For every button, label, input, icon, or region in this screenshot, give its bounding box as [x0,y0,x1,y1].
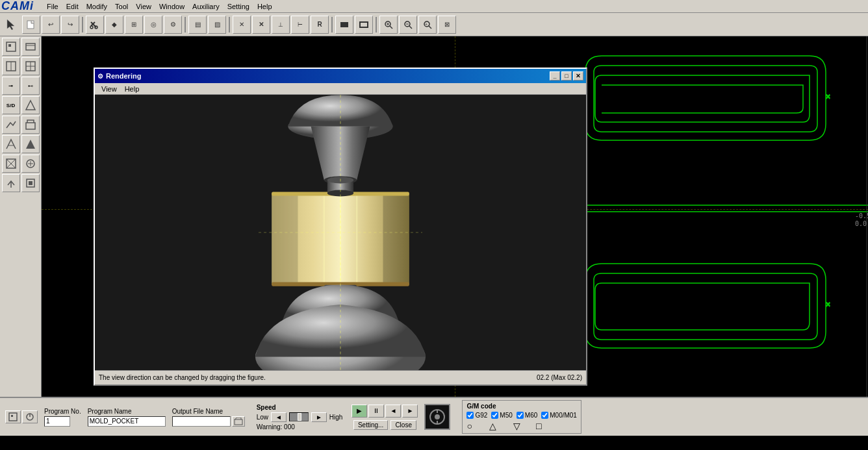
menu-file[interactable]: File [43,2,62,11]
toolbar-polygon-btn[interactable]: ◆ [105,16,123,34]
menu-setting[interactable]: Setting [223,2,253,11]
pause-btn[interactable]: ⏸ [368,405,384,418]
toolbar-new-btn[interactable] [22,16,40,34]
toolbar-grid-btn[interactable]: ⊞ [125,16,143,34]
speed-slider-thumb[interactable] [298,413,301,421]
rendering-menu-view[interactable]: View [97,84,121,94]
menu-edit[interactable]: Edit [62,2,83,11]
toolbar-x2-btn[interactable]: ✕ [252,16,270,34]
program-no-input[interactable] [44,416,70,427]
gm-m60: M60 [517,412,537,419]
sidebar-btn-7a[interactable] [2,155,20,173]
gm-m50: M50 [491,412,512,419]
output-file-input[interactable] [172,416,231,427]
menubar: CAMi File Edit Modify Tool View Window A… [0,0,868,13]
gm-g92-label: G92 [475,412,487,419]
sidebar-btn-1b[interactable] [21,38,40,56]
gm-m60-check[interactable] [517,412,524,419]
program-name-section: Program Name [88,408,166,427]
play-btn[interactable]: ▶ [351,405,367,418]
counter-display [424,404,450,430]
dialog-minimize-btn[interactable]: _ [550,71,560,81]
sidebar-btn-2b[interactable] [21,57,40,75]
program-icons [5,410,38,423]
output-file-label: Output File Name [172,408,245,415]
menu-view[interactable]: View [132,2,155,11]
sidebar-btn-6b[interactable] [21,135,40,153]
sidebar-btn-4b[interactable] [21,96,40,114]
svg-text:×: × [826,92,830,101]
toolbar-zoom-full-btn[interactable]: ⊠ [438,16,456,34]
svg-marker-0 [7,19,14,30]
toolbar-zoom-in-btn[interactable] [379,16,398,34]
menu-modify[interactable]: Modify [83,2,111,11]
gm-shape-circle: ○ [466,421,472,431]
sidebar-btn-3b[interactable]: ⊷ [21,77,40,95]
svg-point-68 [435,414,440,419]
toolbar-undo-btn[interactable]: ↩ [42,16,60,34]
program-no-section: Program No. [44,408,81,427]
toolbar-redo-btn[interactable]: ↪ [61,16,79,34]
sidebar-row-8 [2,174,40,192]
warning-label: Warning: 000 [257,423,343,431]
toolbar-zoom-fit-btn[interactable]: + [418,16,437,34]
gm-m60-label: M60 [525,412,537,419]
gm-m00m01: M00/M01 [541,412,577,419]
close-btn[interactable]: Close [390,420,416,430]
toolbar-gear-btn[interactable]: ⚙ [164,16,182,34]
setting-btn[interactable]: Setting... [353,420,388,430]
sidebar-btn-1a[interactable] [2,38,20,56]
svg-point-4 [90,26,93,29]
sidebar-btn-3a[interactable]: ⊸ [2,77,20,95]
dialog-close-btn[interactable]: ✕ [573,71,583,81]
rendering-canvas[interactable] [95,95,586,370]
rendering-progress: 02.2 (Max 02.2) [537,374,582,381]
step-forward-btn[interactable]: ► [402,405,418,418]
rendering-titlebar[interactable]: ⚙ Rendering _ □ ✕ [95,69,586,83]
sidebar-row-5 [2,116,40,134]
sidebar-btn-7b[interactable] [21,155,40,173]
rendering-menu-help[interactable]: Help [121,84,144,94]
program-icon-2[interactable] [22,410,38,423]
sidebar-btn-5b[interactable] [21,116,40,134]
sidebar-btn-2a[interactable] [2,57,20,75]
speed-high-label: High [329,414,343,421]
menu-tool[interactable]: Tool [111,2,132,11]
cad-viewport[interactable]: × × -0.5 0.0 [42,36,868,397]
gm-m50-check[interactable] [491,412,498,419]
gm-g92-check[interactable] [466,412,474,419]
speed-decrease-btn[interactable]: ◄ [271,412,287,422]
sidebar-btn-8b[interactable] [21,174,40,192]
sidebar-btn-8a[interactable] [2,174,20,192]
menu-help[interactable]: Help [253,2,276,11]
sidebar-row-4: S/D [2,96,40,114]
toolbar-zoom-out-btn[interactable] [399,16,417,34]
toolbar-t1-btn[interactable]: ⊥ [272,16,290,34]
gm-m50-label: M50 [500,412,512,419]
toolbar-circle-btn[interactable]: ◎ [144,16,162,34]
toolbar-colors-btn[interactable]: ▨ [208,16,226,34]
counter-icon [424,404,450,430]
toolbar-cut-btn[interactable] [86,16,104,34]
toolbar-t2-btn[interactable]: ⊢ [291,16,309,34]
toolbar-x1-btn[interactable]: ✕ [233,16,251,34]
speed-increase-btn[interactable]: ► [311,412,327,422]
program-name-input[interactable] [88,416,166,427]
speed-low-label: Low [257,414,268,421]
toolbar-rect2-btn[interactable] [355,16,373,34]
sidebar-btn-5a[interactable] [2,116,20,134]
menu-window[interactable]: Window [155,2,188,11]
sidebar-row-2 [2,57,40,75]
sidebar-btn-6a[interactable] [2,135,20,153]
output-file-browse-btn[interactable] [232,416,245,427]
menu-auxiliary[interactable]: Auxiliary [188,2,223,11]
svg-text:0.0: 0.0 [855,220,867,227]
sidebar-btn-4a[interactable]: S/D [2,96,20,114]
step-back-btn[interactable]: ◄ [385,405,401,418]
toolbar-rect-btn[interactable] [335,16,353,34]
dialog-maximize-btn[interactable]: □ [561,71,572,81]
toolbar-r-btn[interactable]: R [311,16,329,34]
toolbar-layers-btn[interactable]: ▤ [188,16,207,34]
gm-m00m01-check[interactable] [541,412,548,419]
program-icon-1[interactable] [5,410,21,423]
